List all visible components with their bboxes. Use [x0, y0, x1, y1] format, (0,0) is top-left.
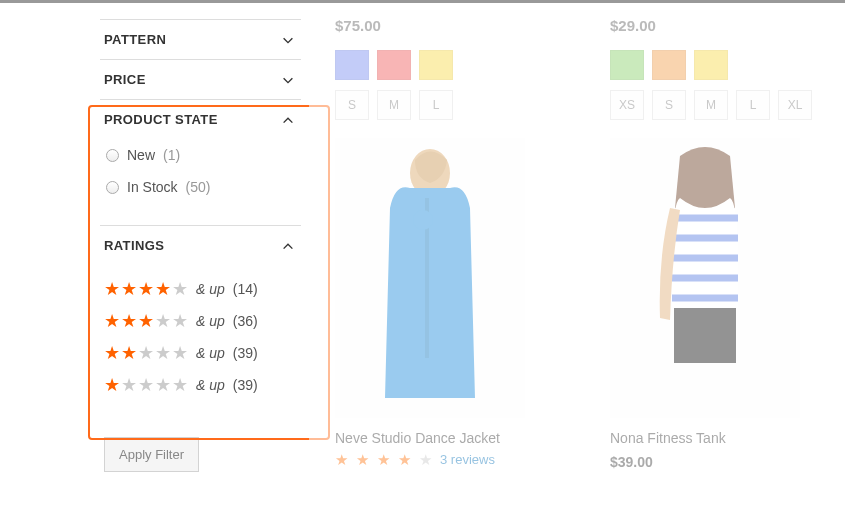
product-name[interactable]: Nona Fitness Tank — [610, 430, 835, 446]
size-options: SML — [335, 90, 560, 120]
chevron-up-icon — [281, 113, 295, 127]
size-option[interactable]: M — [694, 90, 728, 120]
filter-pattern[interactable]: PATTERN — [100, 19, 301, 59]
color-swatches — [335, 50, 560, 80]
chevron-down-icon — [281, 33, 295, 47]
filter-price[interactable]: PRICE — [100, 59, 301, 99]
filter-title: PATTERN — [104, 32, 166, 47]
color-swatch[interactable] — [419, 50, 453, 80]
star-icon: ★ — [398, 452, 411, 467]
filter-product-state-head[interactable]: PRODUCT STATE — [100, 100, 301, 139]
filter-ratings: RATINGS ★★★★★& up(14)★★★★★& up(36)★★★★★&… — [100, 226, 301, 415]
size-option[interactable]: L — [736, 90, 770, 120]
product-image[interactable] — [335, 138, 525, 418]
option-count: (50) — [186, 179, 211, 195]
svg-point-3 — [413, 210, 433, 230]
radio-icon — [106, 181, 119, 194]
product-price: $75.00 — [335, 17, 560, 34]
and-up-label: & up — [196, 377, 225, 393]
star-icon: ★ — [419, 452, 432, 467]
star-icon: ★ — [335, 452, 348, 467]
color-swatches — [610, 50, 835, 80]
radio-icon — [106, 149, 119, 162]
color-swatch[interactable] — [652, 50, 686, 80]
filter-option-in-stock[interactable]: In Stock (50) — [102, 175, 301, 207]
size-options: XSSMLXL — [610, 90, 835, 120]
and-up-label: & up — [196, 281, 225, 297]
rating-filter-row[interactable]: ★★★★★& up(14) — [102, 273, 301, 305]
product-rating: ★★★★★3 reviews — [335, 452, 560, 467]
product-card: $75.00SMLNeve Studio Dance Jacket★★★★★3 … — [335, 17, 560, 472]
color-swatch[interactable] — [610, 50, 644, 80]
stars-icon: ★★★★★ — [104, 344, 188, 362]
filter-ratings-head[interactable]: RATINGS — [100, 226, 301, 265]
rating-filter-row[interactable]: ★★★★★& up(36) — [102, 305, 301, 337]
and-up-label: & up — [196, 313, 225, 329]
size-option[interactable]: XS — [610, 90, 644, 120]
size-option[interactable]: L — [419, 90, 453, 120]
option-label: In Stock — [127, 179, 178, 195]
rating-count: (39) — [233, 377, 258, 393]
chevron-up-icon — [281, 239, 295, 253]
rating-count: (39) — [233, 345, 258, 361]
chevron-down-icon — [281, 73, 295, 87]
rating-filter-row[interactable]: ★★★★★& up(39) — [102, 369, 301, 401]
option-label: New — [127, 147, 155, 163]
filter-product-state: PRODUCT STATE New (1) In Stock (50) — [100, 99, 301, 226]
stars-icon: ★★★★★ — [104, 376, 188, 394]
reviews-link[interactable]: 3 reviews — [440, 452, 495, 467]
size-option[interactable]: M — [377, 90, 411, 120]
product-price: $29.00 — [610, 17, 835, 34]
stars-icon: ★★★★★ — [104, 312, 188, 330]
rating-count: (14) — [233, 281, 258, 297]
product-card: $29.00XSSMLXLNona Fitness Tank$39.00 — [610, 17, 835, 472]
rating-filter-row[interactable]: ★★★★★& up(39) — [102, 337, 301, 369]
option-count: (1) — [163, 147, 180, 163]
product-price: $39.00 — [610, 454, 835, 470]
and-up-label: & up — [196, 345, 225, 361]
size-option[interactable]: S — [652, 90, 686, 120]
size-option[interactable]: XL — [778, 90, 812, 120]
filter-title: RATINGS — [104, 238, 164, 253]
filter-option-new[interactable]: New (1) — [102, 147, 301, 175]
color-swatch[interactable] — [694, 50, 728, 80]
color-swatch[interactable] — [377, 50, 411, 80]
svg-rect-11 — [674, 308, 736, 363]
product-name[interactable]: Neve Studio Dance Jacket — [335, 430, 560, 446]
filter-title: PRODUCT STATE — [104, 112, 218, 127]
stars-icon: ★★★★★ — [104, 280, 188, 298]
star-icon: ★ — [377, 452, 390, 467]
apply-filter-button[interactable]: Apply Filter — [104, 437, 199, 472]
filter-title: PRICE — [104, 72, 146, 87]
rating-count: (36) — [233, 313, 258, 329]
color-swatch[interactable] — [335, 50, 369, 80]
size-option[interactable]: S — [335, 90, 369, 120]
product-image[interactable] — [610, 138, 800, 418]
star-icon: ★ — [356, 452, 369, 467]
